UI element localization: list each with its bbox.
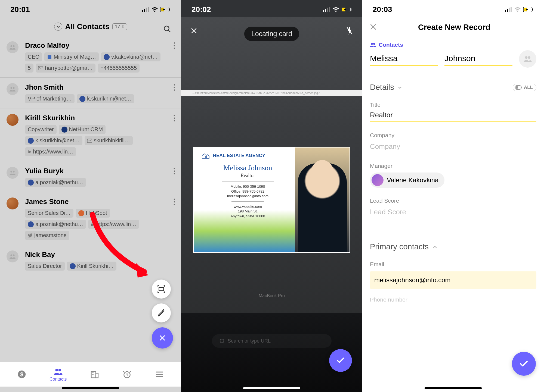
- svg-point-9: [10, 45, 12, 47]
- row-actions-button[interactable]: [172, 167, 176, 187]
- save-record-button[interactable]: [512, 352, 536, 376]
- svg-point-22: [174, 115, 175, 116]
- svg-rect-12: [38, 66, 43, 70]
- confirm-capture-button[interactable]: [329, 349, 352, 372]
- nav-companies[interactable]: [90, 370, 99, 379]
- avatar-placeholder: [7, 167, 18, 179]
- search-icon: [163, 25, 171, 33]
- home-indicator: [425, 387, 482, 389]
- create-record-screen: 20:03 Create New Record Contacts Melissa…: [362, 0, 544, 392]
- nav-deals[interactable]: $: [17, 370, 26, 379]
- svg-point-27: [174, 168, 175, 169]
- home-indicator: [243, 387, 300, 389]
- first-name-field[interactable]: Melissa: [370, 52, 438, 66]
- svg-point-28: [174, 171, 175, 172]
- all-fields-toggle[interactable]: ALL: [513, 84, 536, 91]
- dots-icon: [174, 84, 175, 91]
- svg-rect-21: [87, 139, 92, 143]
- company-field[interactable]: Company: [370, 139, 536, 153]
- svg-point-7: [164, 26, 169, 31]
- close-icon: [158, 334, 166, 342]
- svg-point-40: [55, 369, 58, 371]
- scan-icon: [157, 285, 165, 293]
- linkedin-icon: in: [28, 149, 31, 154]
- dots-icon: [174, 42, 175, 49]
- row-actions-button[interactable]: [172, 83, 176, 103]
- title-chip: VP of Marketing…: [25, 94, 75, 103]
- fab-menu: [152, 280, 173, 349]
- home-indicator: [62, 387, 119, 389]
- bottom-nav: $ Contacts: [0, 362, 181, 387]
- svg-point-75: [373, 43, 375, 45]
- contact-row[interactable]: Yulia Buryk a.pozniak@nethu…: [0, 161, 181, 192]
- search-button[interactable]: [163, 25, 171, 34]
- leadscore-field[interactable]: Lead Score: [370, 204, 536, 218]
- building-icon: [47, 55, 52, 59]
- scanner-status-banner: Locating card: [244, 27, 299, 41]
- nav-tasks[interactable]: [122, 370, 132, 379]
- detected-card-frame: REAL ESTATE AGENCY Melissa Johnson Realt…: [193, 147, 350, 253]
- primary-contacts-header[interactable]: Primary contacts: [370, 242, 536, 251]
- row-actions-button[interactable]: [172, 114, 176, 156]
- title-field[interactable]: Realtor: [370, 108, 536, 122]
- contact-name: James Stone: [25, 197, 172, 206]
- compose-button[interactable]: [152, 303, 171, 322]
- people-icon: [9, 253, 16, 260]
- svg-point-25: [10, 171, 12, 173]
- close-button[interactable]: [188, 22, 200, 40]
- contact-name: Draco Malfoy: [25, 41, 172, 50]
- mail-icon: [87, 138, 92, 143]
- company-chip: Ministry of Mag…: [44, 52, 99, 61]
- svg-point-16: [10, 87, 12, 89]
- row-actions-button[interactable]: [172, 197, 176, 240]
- avatar-icon: [372, 174, 384, 186]
- flash-button[interactable]: [343, 22, 356, 41]
- clock-icon: [122, 370, 132, 379]
- owner-chip: k.skurikhin@net…: [25, 136, 82, 145]
- people-icon: [9, 44, 16, 51]
- contact-row[interactable]: Kirill Skurikhin Copywriter NetHunt CRM …: [0, 108, 181, 161]
- email-chip: harrypotter@gma…: [36, 64, 95, 73]
- svg-point-23: [174, 118, 175, 119]
- close-icon: [190, 27, 197, 34]
- svg-point-76: [525, 56, 527, 59]
- card-role: Realtor: [200, 173, 295, 178]
- email-field[interactable]: melissajohnson@info.com: [370, 271, 536, 289]
- row-actions-button[interactable]: [172, 41, 176, 73]
- avatar-upload[interactable]: [519, 50, 536, 68]
- svg-point-64: [220, 339, 224, 343]
- svg-point-30: [174, 199, 175, 200]
- contact-row[interactable]: Draco Malfoy CEO Ministry of Mag… v.kako…: [0, 36, 181, 78]
- mail-icon: [38, 66, 43, 71]
- svg-rect-43: [96, 373, 98, 378]
- folder-selector[interactable]: All Contacts 170: [54, 22, 127, 31]
- close-fab-button[interactable]: [152, 327, 173, 349]
- chevron-down-icon: [54, 23, 62, 31]
- nav-contacts[interactable]: Contacts: [50, 367, 67, 382]
- company-label: Company: [370, 132, 536, 139]
- owner-chip: v.kakovkina@net…: [101, 52, 160, 61]
- svg-line-8: [168, 30, 171, 32]
- flash-off-icon: [346, 27, 353, 35]
- manager-chip[interactable]: Valerie Kakovkina: [370, 173, 444, 188]
- avatar-placeholder: [7, 83, 18, 95]
- dots-icon: [174, 115, 175, 121]
- svg-rect-35: [159, 287, 164, 291]
- twitter-chip: jamesmstone: [25, 231, 69, 240]
- svg-point-34: [13, 254, 15, 256]
- folder-link[interactable]: Contacts: [370, 42, 536, 48]
- avatar-icon: [79, 96, 85, 102]
- svg-point-29: [174, 173, 175, 174]
- pencil-icon: [157, 309, 165, 317]
- nav-menu[interactable]: [155, 370, 164, 379]
- details-section-header[interactable]: Details ALL: [370, 83, 536, 92]
- manager-label: Manager: [370, 163, 536, 169]
- last-name-field[interactable]: Johnson: [444, 52, 512, 66]
- svg-point-24: [174, 120, 175, 121]
- contact-row[interactable]: Jhon Smith VP of Marketing… k.skurikhin@…: [0, 78, 181, 108]
- svg-point-19: [174, 87, 175, 88]
- card-photo: [295, 148, 350, 252]
- menu-icon: [155, 370, 164, 379]
- count-chip: 5: [25, 64, 33, 73]
- avatar-placeholder: [7, 41, 18, 53]
